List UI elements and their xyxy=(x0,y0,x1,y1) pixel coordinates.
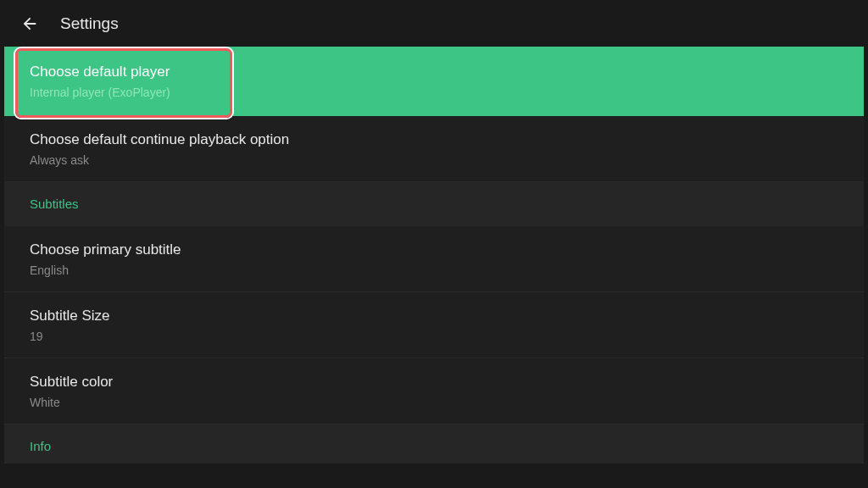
setting-title: Subtitle color xyxy=(30,374,838,391)
page-title: Settings xyxy=(60,14,119,33)
setting-continue-playback[interactable]: Choose default continue playback option … xyxy=(4,116,864,182)
setting-title: Subtitle Size xyxy=(30,308,838,324)
setting-title: Choose default continue playback option xyxy=(30,131,838,148)
setting-value: Internal player (ExoPlayer) xyxy=(30,86,838,99)
section-label: Info xyxy=(30,439,838,453)
setting-value: 19 xyxy=(30,330,838,343)
setting-value: Always ask xyxy=(30,153,838,167)
section-subtitles: Subtitles xyxy=(4,182,864,226)
setting-title: Choose primary subtitle xyxy=(30,241,838,258)
setting-subtitle-size[interactable]: Subtitle Size 19 xyxy=(4,292,864,358)
settings-header: Settings xyxy=(4,4,864,47)
setting-value: White xyxy=(30,396,838,409)
section-info: Info xyxy=(4,424,864,463)
setting-value: English xyxy=(30,263,838,277)
section-label: Subtitles xyxy=(30,197,838,211)
settings-list: Choose default player Internal player (E… xyxy=(4,47,864,463)
setting-subtitle-color[interactable]: Subtitle color White xyxy=(4,358,864,424)
setting-title: Choose default player xyxy=(30,64,838,80)
back-arrow-icon[interactable] xyxy=(19,14,40,34)
setting-default-player[interactable]: Choose default player Internal player (E… xyxy=(4,47,864,116)
setting-primary-subtitle[interactable]: Choose primary subtitle English xyxy=(4,226,864,292)
